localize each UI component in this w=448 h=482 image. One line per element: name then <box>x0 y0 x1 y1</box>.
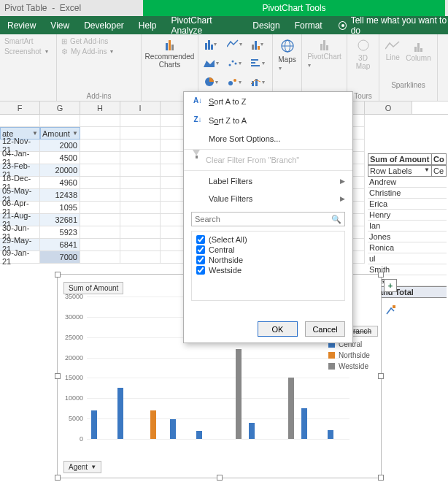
pivot-row[interactable]: Christine <box>368 188 447 199</box>
resize-handle[interactable] <box>378 475 384 481</box>
smart-tag-chart-icon[interactable] <box>384 304 397 317</box>
maps-button[interactable]: Maps ▾ <box>275 37 298 73</box>
tab-format[interactable]: Format <box>287 16 330 34</box>
resize-handle[interactable] <box>55 272 61 278</box>
sparkline-line-button: Line <box>385 40 400 62</box>
bar[interactable] <box>236 349 242 439</box>
col-F[interactable]: F <box>0 102 40 114</box>
line-chart-icon[interactable]: ▾ <box>226 37 242 50</box>
cell-amount[interactable]: 2000 <box>40 139 80 152</box>
cell-amount[interactable]: 12438 <box>40 189 80 202</box>
combo-chart-icon[interactable]: ▾ <box>250 75 266 88</box>
bar[interactable] <box>117 388 123 439</box>
pie-chart-icon[interactable]: ▾ <box>203 75 219 88</box>
cell-amount[interactable]: 6841 <box>40 239 80 251</box>
sparkline-col-icon <box>414 40 422 52</box>
filter-icon: ▼ <box>72 130 78 137</box>
globe-icon <box>279 39 296 53</box>
cell-date[interactable]: 09-Jan-21 <box>0 251 40 264</box>
cell-amount[interactable]: 4500 <box>40 152 80 164</box>
bubble-chart-icon[interactable]: ▾ <box>226 75 242 88</box>
bar[interactable] <box>328 430 333 439</box>
map3d-icon <box>356 39 371 52</box>
svg-marker-0 <box>204 60 215 67</box>
svg-point-3 <box>234 63 236 65</box>
legend-item: Northside <box>339 351 370 359</box>
resize-handle[interactable] <box>378 272 384 278</box>
bar-chart-icon[interactable]: ▾ <box>203 37 219 50</box>
tab-developer[interactable]: Developer <box>77 16 131 34</box>
value-filters[interactable]: Value Filters▶ <box>184 190 352 207</box>
pivot-row[interactable]: Ronica <box>368 242 447 253</box>
pivot-col-header: Co <box>432 153 447 165</box>
bar[interactable] <box>301 408 307 439</box>
cell-amount[interactable]: 7000 <box>40 251 80 264</box>
filter-item-select-all[interactable]: (Select All) <box>196 234 340 245</box>
cell-amount[interactable]: 20000 <box>40 164 80 177</box>
tab-design[interactable]: Design <box>245 16 287 34</box>
resize-handle[interactable] <box>378 373 384 379</box>
column-chart-icon[interactable]: ▾ <box>250 37 266 50</box>
pivot-value-header: Sum of Amount <box>368 153 432 165</box>
svg-rect-16 <box>393 305 395 308</box>
recommended-charts-button[interactable]: Recommended Charts <box>142 37 198 70</box>
sort-a-to-z[interactable]: A↓Sort A to Z <box>184 92 352 111</box>
filter-item-northside[interactable]: Northside <box>196 255 340 265</box>
smart-tag-paste-icon[interactable]: + <box>384 279 397 292</box>
filter-search-input[interactable] <box>195 215 331 223</box>
cancel-button[interactable]: Cancel <box>305 321 345 337</box>
bar[interactable] <box>150 410 156 439</box>
ok-button[interactable]: OK <box>258 321 298 337</box>
label-filters[interactable]: Label Filters▶ <box>184 172 352 190</box>
svg-rect-5 <box>251 62 255 64</box>
col-I[interactable]: I <box>120 102 161 114</box>
title-bar: Pivot Table - Excel PivotChart Tools <box>0 0 448 16</box>
filter-items-tree[interactable]: (Select All) Central Northside Westside <box>191 231 345 301</box>
bar[interactable] <box>288 378 294 439</box>
resize-handle[interactable] <box>55 475 61 481</box>
pivot-row[interactable]: Andrew <box>368 177 447 188</box>
spark-line-label: Line <box>386 53 400 61</box>
filter-item-westside[interactable]: Westside <box>196 265 340 275</box>
tab-pivotchart-analyze[interactable]: PivotChart Analyze <box>164 16 246 34</box>
tab-help[interactable]: Help <box>131 16 164 34</box>
table-header-amount[interactable]: Amount▼ <box>40 127 80 139</box>
col-G[interactable]: G <box>40 102 80 114</box>
pivot-row-header[interactable]: Row Labels▼ <box>368 165 432 177</box>
bar[interactable] <box>170 419 176 439</box>
scatter-chart-icon[interactable]: ▾ <box>226 56 242 69</box>
tell-me[interactable]: Tell me what you want to do <box>339 15 448 36</box>
pivot-row[interactable]: Henry <box>368 210 447 221</box>
cell-amount[interactable]: 4960 <box>40 177 80 189</box>
col-O[interactable]: O <box>365 102 412 114</box>
bar[interactable] <box>196 431 202 439</box>
hbar-chart-icon[interactable]: ▾ <box>250 56 266 69</box>
legend-swatch-icon <box>328 363 335 370</box>
area-chart-icon[interactable]: ▾ <box>203 56 219 69</box>
search-icon: 🔍 <box>331 215 341 224</box>
bar[interactable] <box>249 423 255 439</box>
cell-amount[interactable]: 5923 <box>40 226 80 239</box>
tab-review[interactable]: Review <box>0 16 43 34</box>
reco-charts-label: Recommended Charts <box>145 53 195 69</box>
sort-z-to-a[interactable]: Z↓Sort Z to A <box>184 111 352 130</box>
chart-y-axis: 05000100001500020000250003000035000 <box>58 297 85 439</box>
pivot-row[interactable]: Ian <box>368 221 447 232</box>
resize-handle[interactable] <box>217 475 223 481</box>
cell-amount[interactable]: 1095 <box>40 202 80 214</box>
col-H[interactable]: H <box>80 102 120 114</box>
more-sort-options[interactable]: More Sort Options... <box>184 130 352 148</box>
3d-map-button: 3D Map <box>353 37 374 72</box>
cell-amount[interactable]: 32681 <box>40 214 80 226</box>
spark-col-label: Column <box>406 54 430 62</box>
filter-search[interactable]: 🔍 <box>191 212 345 226</box>
submenu-arrow-icon: ▶ <box>340 177 345 185</box>
filter-item-central[interactable]: Central <box>196 245 340 255</box>
tab-view[interactable]: View <box>43 16 77 34</box>
pivot-row[interactable]: Erica <box>368 199 447 210</box>
legend-item: Westside <box>339 362 368 370</box>
chart-field-button-axis[interactable]: Agent▼ <box>63 461 101 473</box>
pivot-row[interactable]: Jones <box>368 232 447 242</box>
bar[interactable] <box>91 410 97 439</box>
pivot-row[interactable]: ul <box>368 253 447 264</box>
